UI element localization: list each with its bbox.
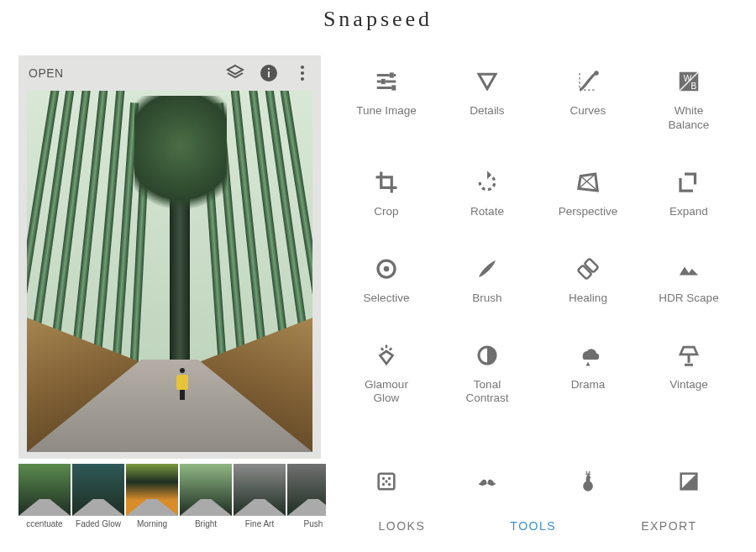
tool-label: Details xyxy=(470,104,504,118)
dice-icon xyxy=(374,469,399,494)
half-circle-icon xyxy=(473,341,501,370)
look-ccentuate[interactable]: ccentuate xyxy=(18,464,71,528)
tool-tonal-contrast[interactable]: TonalContrast xyxy=(437,341,538,407)
svg-rect-2 xyxy=(268,68,270,70)
app-title: Snapseed xyxy=(0,7,756,32)
moustache-icon xyxy=(475,469,500,494)
look-label: Push xyxy=(287,519,326,528)
look-morning[interactable]: Morning xyxy=(126,464,178,528)
wb-icon xyxy=(675,67,703,96)
svg-point-3 xyxy=(301,66,304,69)
layers-icon[interactable] xyxy=(225,63,245,83)
tool-label: Curves xyxy=(570,104,606,118)
bandaid-icon xyxy=(574,255,602,283)
look-label: Bright xyxy=(180,519,232,528)
tool-label: Perspective xyxy=(559,205,618,219)
tool-grainy-film[interactable] xyxy=(336,469,437,494)
look-faded-glow[interactable]: Faded Glow xyxy=(72,464,124,528)
tool-label: Selective xyxy=(364,292,410,306)
tool-label: Rotate xyxy=(470,205,504,219)
look-bright[interactable]: Bright xyxy=(180,464,232,528)
tab-export[interactable]: EXPORT xyxy=(641,519,696,533)
crop-icon xyxy=(372,168,401,197)
tool-selective[interactable]: Selective xyxy=(336,255,437,306)
tool-label: Vintage xyxy=(669,378,708,392)
look-fine-art[interactable]: Fine Art xyxy=(234,464,286,528)
diamond-shine-icon xyxy=(372,341,401,370)
guitar-icon xyxy=(575,469,601,494)
looks-strip[interactable]: ccentuate Faded Glow Morning Bright Fine… xyxy=(18,464,326,528)
more-icon[interactable] xyxy=(292,63,312,83)
look-thumbnail xyxy=(72,464,124,516)
look-label: Morning xyxy=(126,519,178,528)
tool-details[interactable]: Details xyxy=(437,67,538,133)
cloud-drop-icon xyxy=(574,341,602,370)
tool-label: Crop xyxy=(374,205,398,219)
expand-icon xyxy=(675,168,703,197)
tool-healing[interactable]: Healing xyxy=(538,255,638,306)
tab-looks[interactable]: LOOKS xyxy=(379,519,426,533)
editor-preview-panel: OPEN xyxy=(18,55,321,459)
look-label: ccentuate xyxy=(18,519,71,528)
look-thumbnail xyxy=(18,464,71,516)
tool-drama[interactable]: Drama xyxy=(538,341,638,407)
look-push[interactable]: Push xyxy=(287,464,326,528)
look-label: Fine Art xyxy=(234,519,286,528)
perspective-icon xyxy=(574,168,602,197)
tools-row-extra xyxy=(336,469,739,494)
lamp-icon xyxy=(675,341,703,370)
tool-label: Expand xyxy=(669,205,708,219)
main-photo[interactable] xyxy=(27,91,312,452)
svg-rect-1 xyxy=(268,71,270,77)
editor-top-bar: OPEN xyxy=(18,55,321,91)
tool-rotate[interactable]: Rotate xyxy=(437,168,538,219)
tool-white-balance[interactable]: WhiteBalance xyxy=(638,67,739,133)
target-icon xyxy=(372,255,401,283)
curves-icon xyxy=(574,67,602,96)
tool-label: Drama xyxy=(571,378,606,392)
tool-bw[interactable] xyxy=(638,469,739,494)
mountains-icon xyxy=(675,255,703,283)
tool-label: WhiteBalance xyxy=(669,104,710,133)
tools-panel: Tune Image Details Curves WhiteBalance C… xyxy=(336,55,739,406)
tool-brush[interactable]: Brush xyxy=(437,255,538,306)
svg-point-4 xyxy=(301,71,304,75)
look-label: Faded Glow xyxy=(72,519,124,528)
info-icon[interactable] xyxy=(259,63,279,83)
tool-grunge[interactable] xyxy=(538,469,638,494)
tool-label: GlamourGlow xyxy=(365,378,408,407)
tool-curves[interactable]: Curves xyxy=(538,67,638,133)
open-button[interactable]: OPEN xyxy=(29,66,64,80)
look-thumbnail xyxy=(126,464,178,516)
tool-glamour-glow[interactable]: GlamourGlow xyxy=(336,341,437,407)
rotate-icon xyxy=(473,168,501,197)
tool-label: Healing xyxy=(569,292,607,306)
tool-perspective[interactable]: Perspective xyxy=(538,168,638,219)
tool-label: TonalContrast xyxy=(465,378,508,407)
tool-label: Brush xyxy=(472,292,501,306)
tool-label: HDR Scape xyxy=(659,292,718,306)
tool-tune-image[interactable]: Tune Image xyxy=(336,67,437,133)
tool-retrolux[interactable] xyxy=(437,469,538,494)
tab-tools[interactable]: TOOLS xyxy=(510,519,556,533)
tool-crop[interactable]: Crop xyxy=(336,168,437,219)
tool-hdr-scape[interactable]: HDR Scape xyxy=(638,255,739,306)
look-thumbnail xyxy=(234,464,286,516)
look-thumbnail xyxy=(287,464,326,516)
tool-label: Tune Image xyxy=(356,104,417,118)
svg-point-5 xyxy=(301,77,304,81)
brush-icon xyxy=(473,255,501,283)
sliders-icon xyxy=(372,67,401,96)
tool-expand[interactable]: Expand xyxy=(638,168,739,219)
look-thumbnail xyxy=(180,464,232,516)
contrast-square-icon xyxy=(676,469,701,494)
bottom-tabs: LOOKS TOOLS EXPORT xyxy=(336,519,739,533)
triangle-down-icon xyxy=(473,67,501,96)
tool-vintage[interactable]: Vintage xyxy=(638,341,739,407)
